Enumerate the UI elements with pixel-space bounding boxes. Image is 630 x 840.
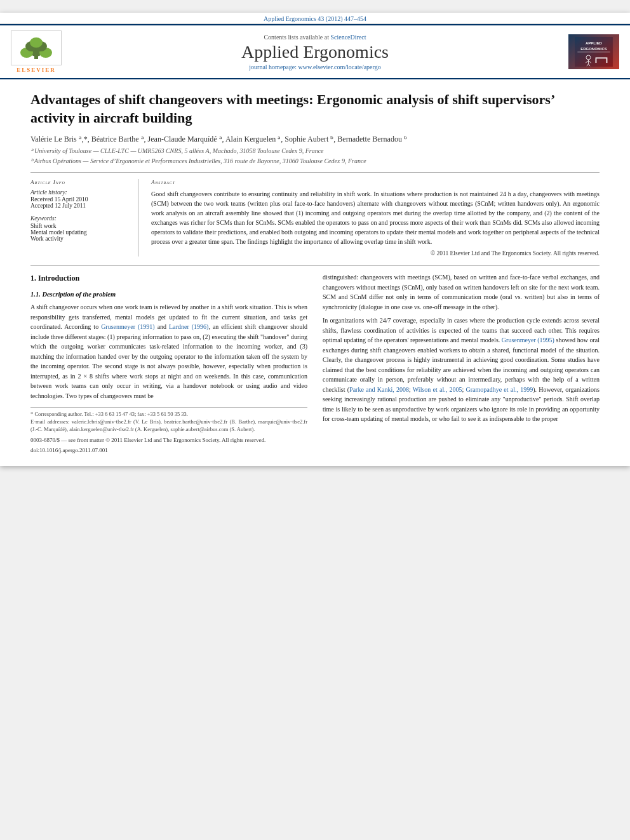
- citation-bar: Applied Ergonomics 43 (2012) 447–454: [0, 13, 630, 24]
- authors: Valérie Le Bris ᵃ,*, Béatrice Barthe ᵃ, …: [30, 135, 600, 144]
- svg-rect-17: [596, 57, 608, 58]
- journal-logo-box: APPLIED ERGONOMICS: [568, 34, 619, 69]
- affiliation-b: ᵇ Airbus Opérations — Service d’Ergonomi…: [30, 157, 600, 166]
- contents-text: Contents lists available at ScienceDirec…: [71, 34, 559, 41]
- svg-point-6: [30, 37, 43, 48]
- journal-logo-right: APPLIED ERGONOMICS: [565, 34, 622, 69]
- paper-title: Advantages of shift changeovers with mee…: [30, 91, 600, 127]
- keyword-3: Work activity: [30, 236, 129, 242]
- keyword-1: Shift work: [30, 223, 129, 229]
- accepted-label: Accepted 12 July 2011: [30, 203, 129, 209]
- footnote-corresponding: * Corresponding author. Tel.: +33 6 63 1…: [30, 411, 307, 418]
- intro-para-left: A shift changeover occurs when one work …: [30, 302, 307, 401]
- history-label: Article history:: [30, 189, 129, 196]
- section-1-title: 1. Introduction: [30, 272, 307, 284]
- ref-wilson[interactable]: Wilson et al., 2005: [413, 386, 462, 393]
- intro-para-right-1: distinguished: changeovers with meetings…: [323, 272, 600, 312]
- article-abstract-section: Article Info Article history: Received 1…: [30, 179, 600, 257]
- ref-lardner-1996[interactable]: Lardner (1996): [169, 323, 208, 330]
- copyright: © 2011 Elsevier Ltd and The Ergonomics S…: [151, 250, 600, 257]
- body-col-left: 1. Introduction 1.1. Description of the …: [30, 272, 307, 455]
- elsevier-label: ELSEVIER: [17, 67, 56, 73]
- abstract-column: Abstract Good shift changeovers contribu…: [151, 179, 600, 257]
- keywords-title: Keywords:: [30, 215, 129, 222]
- doi-line: doi:10.1016/j.apergo.2011.07.001: [30, 446, 307, 455]
- ref-gramopadhye[interactable]: Gramopadhye et al., 1999: [466, 386, 533, 393]
- sciencedirect-link[interactable]: ScienceDirect: [330, 34, 366, 41]
- svg-rect-18: [596, 58, 597, 63]
- citation-text: Applied Ergonomics 43 (2012) 447–454: [264, 15, 366, 22]
- journal-homepage: journal homepage: www.elsevier.com/locat…: [71, 63, 559, 70]
- footnote-area: * Corresponding author. Tel.: +33 6 63 1…: [30, 407, 307, 455]
- keyword-2: Mental model updating: [30, 229, 129, 236]
- ref-parke[interactable]: Parke and Kanki, 2008: [349, 386, 409, 393]
- affiliation-a: ᵃ University of Toulouse — CLLE-LTC — UM…: [30, 147, 600, 156]
- page: Applied Ergonomics 43 (2012) 447–454 ELS…: [0, 13, 630, 466]
- footnote-emails: E-mail addresses: valerie.lebris@univ-tl…: [30, 418, 307, 434]
- teams-word: teams: [482, 327, 497, 334]
- journal-title-center: Contents lists available at ScienceDirec…: [71, 34, 559, 70]
- body-section: 1. Introduction 1.1. Description of the …: [30, 272, 600, 455]
- ref-grusenmeyer-1991[interactable]: Grusenmeyer (1991): [101, 323, 155, 330]
- intro-para-right-2: In organizations with 24/7 coverage, esp…: [323, 316, 600, 424]
- journal-name: Applied Ergonomics: [71, 42, 559, 62]
- received-label: Received 15 April 2010: [30, 196, 129, 203]
- body-divider: [30, 265, 600, 266]
- svg-text:APPLIED: APPLIED: [586, 41, 603, 45]
- elsevier-logo-image: [11, 30, 62, 65]
- svg-text:ERGONOMICS: ERGONOMICS: [580, 47, 607, 51]
- article-info-title: Article Info: [30, 179, 129, 185]
- abstract-title: Abstract: [151, 179, 600, 185]
- author-list: Valérie Le Bris ᵃ,*, Béatrice Barthe ᵃ, …: [30, 135, 407, 143]
- paper-content: Advantages of shift changeovers with mee…: [0, 79, 630, 466]
- body-col-right: distinguished: changeovers with meetings…: [323, 272, 600, 455]
- elsevier-logo: ELSEVIER: [8, 30, 65, 73]
- article-info-column: Article Info Article history: Received 1…: [30, 179, 138, 257]
- ref-grusenmeyer-1995[interactable]: Grusenmeyer (1995): [502, 337, 554, 343]
- abstract-text: Good shift changeovers contribute to ens…: [151, 189, 600, 246]
- issn-line: 0003-6870/$ — see front matter © 2011 El…: [30, 436, 307, 444]
- subsection-1-1-title: 1.1. Description of the problem: [30, 290, 307, 300]
- divider-1: [30, 172, 600, 173]
- journal-header: ELSEVIER Contents lists available at Sci…: [0, 24, 630, 79]
- svg-rect-19: [607, 58, 608, 63]
